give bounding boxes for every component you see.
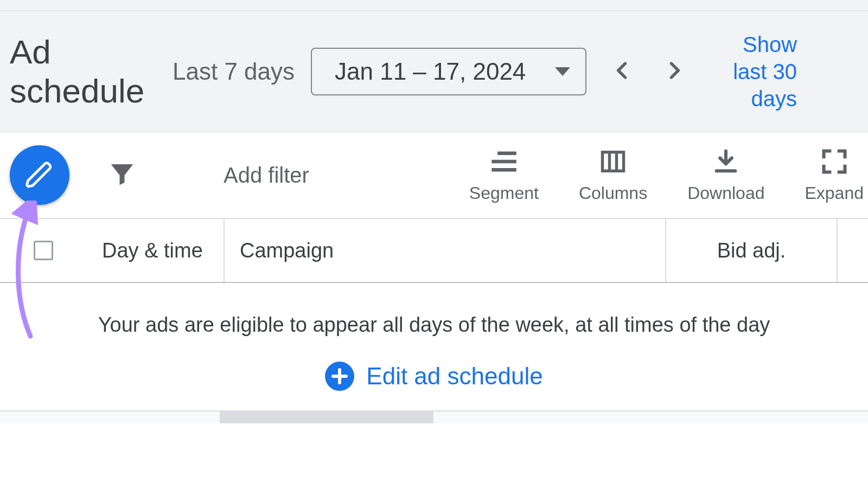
filter-button[interactable]	[107, 159, 137, 191]
plus-circle-icon	[325, 362, 354, 391]
toolbar-actions: Segment Columns Download Expand	[469, 147, 864, 203]
page-title: Ad schedule	[10, 33, 162, 110]
download-label: Download	[687, 183, 764, 203]
table-header-row: Day & time Campaign Bid adj.	[0, 219, 868, 283]
empty-state: Your ads are eligible to appear all days…	[0, 283, 868, 411]
date-range-label: Last 7 days	[173, 58, 295, 85]
date-range-value: Jan 11 – 17, 2024	[335, 58, 526, 85]
column-header-day-time[interactable]: Day & time	[87, 219, 225, 282]
segment-label: Segment	[469, 183, 539, 203]
show-last-30-days-link[interactable]: Show last 30 days	[705, 31, 797, 112]
column-header-trailing	[838, 219, 868, 282]
column-header-bid-adj[interactable]: Bid adj.	[666, 219, 838, 282]
pencil-icon	[24, 160, 55, 190]
expand-button[interactable]: Expand	[805, 147, 864, 203]
segment-button[interactable]: Segment	[469, 147, 539, 203]
download-icon	[712, 147, 740, 176]
chevron-right-icon	[662, 59, 686, 82]
edit-ad-schedule-label: Edit ad schedule	[366, 363, 542, 390]
edit-ad-schedule-button[interactable]: Edit ad schedule	[325, 362, 542, 391]
next-date-button[interactable]	[662, 59, 686, 85]
empty-state-message: Your ads are eligible to appear all days…	[0, 313, 868, 337]
column-header-campaign[interactable]: Campaign	[225, 219, 666, 282]
top-divider	[0, 0, 868, 11]
expand-label: Expand	[805, 183, 864, 203]
date-range-picker[interactable]: Jan 11 – 17, 2024	[311, 48, 586, 95]
chevron-left-icon	[610, 59, 634, 82]
horizontal-scrollbar-thumb[interactable]	[220, 411, 433, 423]
columns-button[interactable]: Columns	[579, 147, 647, 203]
filter-icon	[107, 159, 137, 189]
segment-icon	[490, 147, 518, 176]
header: Ad schedule Last 7 days Jan 11 – 17, 202…	[0, 11, 868, 132]
horizontal-scrollbar[interactable]	[0, 411, 868, 423]
select-all-cell	[0, 219, 87, 282]
edit-fab-button[interactable]	[10, 145, 69, 205]
expand-icon	[820, 147, 848, 176]
toolbar: Add filter Segment Columns Download	[0, 132, 868, 219]
select-all-checkbox[interactable]	[34, 241, 53, 260]
columns-label: Columns	[579, 183, 647, 203]
download-button[interactable]: Download	[687, 147, 764, 203]
prev-date-button[interactable]	[610, 59, 634, 85]
caret-down-icon	[555, 67, 570, 76]
svg-rect-0	[603, 152, 624, 171]
date-nav	[610, 59, 686, 85]
columns-icon	[599, 147, 627, 176]
add-filter-button[interactable]: Add filter	[224, 163, 309, 188]
